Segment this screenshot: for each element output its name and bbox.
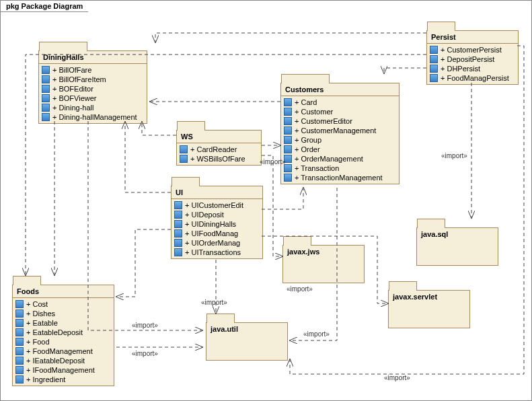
class-item[interactable]: + DHPersist xyxy=(430,64,515,73)
class-icon xyxy=(430,46,438,54)
package-customers[interactable]: Customers + Card + Customer + CustomerEd… xyxy=(280,83,400,184)
class-item[interactable]: + CustomerEditor xyxy=(284,116,396,126)
class-icon xyxy=(284,145,292,153)
package-javaxjws[interactable]: javax.jws xyxy=(282,245,365,283)
class-item[interactable]: + BillOfFare xyxy=(42,65,144,75)
class-item[interactable]: + BOFViewer xyxy=(42,94,144,103)
package-javaxservlet[interactable]: javax.servlet xyxy=(388,290,470,328)
package-ws[interactable]: WS + CardReader + WSBillsOfFare xyxy=(176,130,262,166)
package-tab xyxy=(283,236,311,246)
package-name: Persist xyxy=(427,31,518,44)
class-icon xyxy=(174,201,182,209)
class-item[interactable]: + Dishes xyxy=(15,309,111,318)
package-tab xyxy=(172,177,200,186)
diagram-canvas: pkg Package Diagram DiningHalls + BillOf… xyxy=(0,0,532,401)
package-name: javax.servlet xyxy=(389,291,469,303)
class-icon xyxy=(430,65,438,73)
class-icon xyxy=(15,319,24,327)
class-item[interactable]: + UICustomerEdit xyxy=(174,200,260,210)
package-tab xyxy=(177,121,205,131)
package-dininghalls[interactable]: DiningHalls + BillOfFare + BillOfFareIte… xyxy=(38,50,147,124)
import-label: «import» xyxy=(132,322,158,329)
class-item[interactable]: + DepositPersist xyxy=(430,54,515,64)
package-name: UI xyxy=(172,186,262,199)
package-tab xyxy=(206,314,235,323)
package-tab xyxy=(39,42,87,51)
class-item[interactable]: + IEatableDeposit xyxy=(15,356,111,365)
class-item[interactable]: + FoodManagement xyxy=(15,347,111,356)
import-label: «import» xyxy=(384,374,410,381)
class-icon xyxy=(15,366,24,374)
class-icon xyxy=(430,74,438,82)
frame-title: pkg Package Diagram xyxy=(1,1,89,12)
package-body: + BillOfFare + BillOfFareItem + BOFEdito… xyxy=(39,64,147,123)
package-name: Foods xyxy=(13,285,114,298)
class-icon xyxy=(180,145,188,153)
class-icon xyxy=(284,117,292,125)
package-persist[interactable]: Persist + CustomerPersist + DepositPersi… xyxy=(426,30,519,85)
class-item[interactable]: + TransactionManagement xyxy=(284,173,396,182)
class-item[interactable]: + CustomerManagement xyxy=(284,126,396,135)
class-item[interactable]: + OrderManagement xyxy=(284,154,396,163)
package-name: java.sql xyxy=(417,228,498,240)
package-ui[interactable]: UI + UICustomerEdit + UIDeposit + UIDini… xyxy=(171,186,263,259)
class-icon xyxy=(15,328,24,336)
class-icon xyxy=(284,174,292,182)
import-label: «import» xyxy=(260,158,286,166)
class-item[interactable]: + Order xyxy=(284,145,396,154)
import-label: «import» xyxy=(201,299,227,306)
class-icon xyxy=(15,375,24,384)
class-item[interactable]: + UIFoodManag xyxy=(174,229,260,238)
class-item[interactable]: + FoodManagPersist xyxy=(430,73,515,83)
class-item[interactable]: + UIDeposit xyxy=(174,210,260,219)
class-item[interactable]: + IFoodManagement xyxy=(15,365,111,375)
import-label: «import» xyxy=(441,152,467,159)
class-item[interactable]: + CustomerPersist xyxy=(430,45,515,54)
import-label: «import» xyxy=(132,350,158,357)
class-item[interactable]: + Customer xyxy=(284,107,396,116)
class-icon xyxy=(174,248,182,256)
class-item[interactable]: + UITransactions xyxy=(174,248,260,257)
class-item[interactable]: + Transaction xyxy=(284,163,396,173)
class-icon xyxy=(42,94,50,102)
class-item[interactable]: + Group xyxy=(284,135,396,145)
class-item[interactable]: + Dining-hallManagement xyxy=(42,112,144,122)
class-item[interactable]: + CardReader xyxy=(180,145,258,154)
class-item[interactable]: + Dining-hall xyxy=(42,103,144,112)
package-body: + UICustomerEdit + UIDeposit + UIDiningH… xyxy=(172,199,262,258)
package-tab xyxy=(13,276,41,285)
package-javautil[interactable]: java.util xyxy=(206,322,288,361)
class-item[interactable]: + Eatable xyxy=(15,318,111,328)
package-tab xyxy=(281,74,330,83)
import-label: «import» xyxy=(303,330,330,338)
class-item[interactable]: + EatableDeposit xyxy=(15,328,111,337)
package-name: javax.jws xyxy=(283,246,364,258)
class-item[interactable]: + Ingredient xyxy=(15,375,111,384)
class-icon xyxy=(42,75,50,83)
class-icon xyxy=(174,239,182,247)
package-name: DiningHalls xyxy=(39,51,147,64)
class-item[interactable]: + Card xyxy=(284,98,396,107)
package-foods[interactable]: Foods + Cost + Dishes + Eatable + Eatabl… xyxy=(12,285,114,386)
class-icon xyxy=(174,211,182,219)
package-body: + CustomerPersist + DepositPersist + DHP… xyxy=(427,44,518,84)
class-icon xyxy=(284,108,292,116)
class-icon xyxy=(284,98,292,106)
package-javasql[interactable]: java.sql xyxy=(416,227,498,266)
package-tab xyxy=(427,22,455,31)
class-item[interactable]: + BOFEditor xyxy=(42,84,144,94)
class-icon xyxy=(15,309,24,318)
class-icon xyxy=(42,113,50,121)
class-item[interactable]: + BillOfFareItem xyxy=(42,75,144,84)
class-item[interactable]: + UIOrderManag xyxy=(174,238,260,248)
package-body: + Card + Customer + CustomerEditor + Cus… xyxy=(281,96,399,184)
package-tab xyxy=(389,281,417,291)
class-icon xyxy=(430,55,438,63)
class-icon xyxy=(15,300,24,308)
class-item[interactable]: + WSBillsOfFare xyxy=(180,154,258,163)
class-item[interactable]: + Cost xyxy=(15,299,111,309)
class-icon xyxy=(42,104,50,112)
class-item[interactable]: + Food xyxy=(15,337,111,347)
package-name: WS xyxy=(177,131,261,143)
class-item[interactable]: + UIDiningHalls xyxy=(174,219,260,229)
